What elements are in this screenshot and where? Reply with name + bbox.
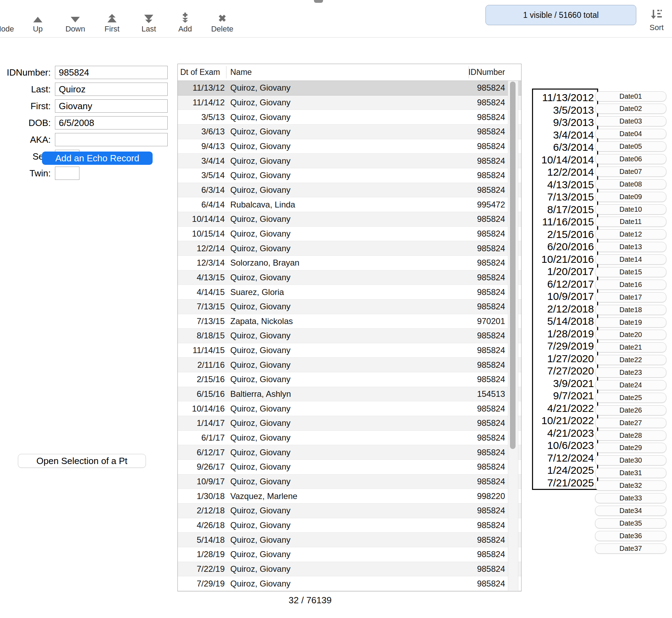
date-field-button[interactable]: Date16	[595, 280, 666, 290]
date-field-button[interactable]: Date25	[595, 393, 666, 403]
date-field-button[interactable]: Date04	[595, 129, 666, 139]
aka-field[interactable]	[55, 133, 168, 146]
sort-button[interactable]: Sort	[643, 9, 670, 32]
column-header-date[interactable]: Dt of Exam	[178, 68, 226, 77]
down-button[interactable]: Down	[54, 10, 96, 34]
date-field-button[interactable]: Date05	[595, 141, 666, 152]
cell-idnumber: 985824	[456, 404, 505, 414]
date-field-button[interactable]: Date18	[595, 305, 666, 315]
first-button[interactable]: First	[91, 10, 133, 34]
date-field-button[interactable]: Date23	[595, 367, 666, 378]
table-row[interactable]: 6/4/14Rubalcava, Linda995472	[178, 197, 521, 212]
date-field-button[interactable]: Date32	[595, 480, 666, 491]
table-row[interactable]: 7/13/15Zapata, Nickolas970201	[178, 314, 521, 329]
date-field-button[interactable]: Date26	[595, 405, 666, 415]
last-name-field[interactable]	[55, 83, 168, 96]
table-row[interactable]: 2/12/18Quiroz, Giovany985824	[178, 504, 521, 518]
date-field-button[interactable]: Date28	[595, 430, 666, 441]
add-button[interactable]: Add	[164, 10, 206, 34]
date-field-button[interactable]: Date37	[595, 543, 666, 554]
table-row[interactable]: 5/14/18Quiroz, Giovany985824	[178, 533, 521, 547]
date-field-button[interactable]: Date11	[595, 217, 666, 227]
date-field-button[interactable]: Date13	[595, 242, 666, 252]
table-row[interactable]: 3/5/14Quiroz, Giovany985824	[178, 168, 521, 183]
table-row[interactable]: 12/2/14Quiroz, Giovany985824	[178, 241, 521, 256]
column-header-name[interactable]: Name	[226, 68, 456, 77]
date-field-button[interactable]: Date34	[595, 506, 666, 516]
table-row[interactable]: 2/15/16Quiroz, Giovany985824	[178, 372, 521, 387]
date-field-button[interactable]: Date12	[595, 229, 666, 239]
cell-idnumber: 985824	[456, 287, 505, 297]
date-field-button[interactable]: Date03	[595, 116, 666, 126]
table-row[interactable]: 7/29/19Quiroz, Giovany985824	[178, 576, 521, 591]
date-field-button[interactable]: Date20	[595, 330, 666, 340]
date-field-button[interactable]: Date29	[595, 443, 666, 453]
column-header-idnumber[interactable]: IDNumber	[456, 68, 505, 77]
date-field-button[interactable]: Date33	[595, 493, 666, 503]
table-row[interactable]: 4/14/15Suarez, Gloria985824	[178, 285, 521, 300]
table-row[interactable]: 11/14/15Quiroz, Giovany985824	[178, 343, 521, 358]
table-row[interactable]: 6/3/14Quiroz, Giovany985824	[178, 183, 521, 198]
open-selection-button[interactable]: Open Selection of a Pt	[18, 454, 146, 468]
table-row[interactable]: 7/13/15Quiroz, Giovany985824	[178, 300, 521, 314]
up-button[interactable]: Up	[17, 10, 59, 34]
date-field-button[interactable]: Date17	[595, 292, 666, 302]
date-field-button[interactable]: Date27	[595, 418, 666, 428]
date-field-button[interactable]: Date21	[595, 342, 666, 352]
table-row[interactable]: 4/26/18Quiroz, Giovany985824	[178, 518, 521, 533]
form-row: Last:	[0, 83, 175, 96]
scrollbar-thumb[interactable]	[510, 82, 516, 449]
table-row[interactable]: 9/26/17Quiroz, Giovany985824	[178, 460, 521, 475]
table-row[interactable]: 10/14/16Quiroz, Giovany985824	[178, 401, 521, 416]
table-row[interactable]: 10/14/14Quiroz, Giovany985824	[178, 212, 521, 227]
delete-button[interactable]: Delete	[201, 10, 243, 34]
table-row[interactable]: 1/30/18Vazquez, Marlene998220	[178, 489, 521, 504]
table-row[interactable]: 11/13/12Quiroz, Giovany985824	[178, 81, 521, 96]
table-scrollbar[interactable]	[508, 81, 518, 591]
date-field-button[interactable]: Date22	[595, 355, 666, 365]
table-row[interactable]: 1/14/17Quiroz, Giovany985824	[178, 416, 521, 431]
cell-idnumber: 995472	[456, 200, 505, 210]
date-field-button[interactable]: Date09	[595, 192, 666, 202]
table-row[interactable]: 12/3/14Solorzano, Brayan985824	[178, 256, 521, 271]
table-row[interactable]: 3/6/13Quiroz, Giovany985824	[178, 125, 521, 139]
table-row[interactable]: 10/15/14Quiroz, Giovany985824	[178, 227, 521, 241]
add-echo-record-button[interactable]: Add an Echo Record	[42, 152, 153, 165]
date-field-button[interactable]: Date01	[595, 91, 666, 101]
twin-field[interactable]	[55, 167, 79, 180]
record-count-badge[interactable]: 1 visible / 51660 total	[485, 5, 636, 25]
cell-idnumber: 985824	[456, 127, 505, 136]
date-field-button[interactable]: Date35	[595, 518, 666, 528]
dob-field[interactable]	[55, 116, 168, 129]
date-field-button[interactable]: Date19	[595, 317, 666, 328]
table-row[interactable]: 8/18/15Quiroz, Giovany985824	[178, 329, 521, 343]
date-field-button[interactable]: Date02	[595, 104, 666, 114]
table-row[interactable]: 1/28/19Quiroz, Giovany985824	[178, 547, 521, 562]
date-field-button[interactable]: Date07	[595, 167, 666, 177]
date-field-button[interactable]: Date30	[595, 455, 666, 465]
last-button[interactable]: Last	[128, 10, 170, 34]
date-field-button[interactable]: Date08	[595, 179, 666, 189]
date-field-button[interactable]: Date10	[595, 204, 666, 215]
table-row[interactable]: 6/15/16Baltierra, Ashlyn154513	[178, 387, 521, 402]
date-field-button[interactable]: Date15	[595, 267, 666, 277]
table-row[interactable]: 3/4/14Quiroz, Giovany985824	[178, 154, 521, 168]
table-row[interactable]: 6/12/17Quiroz, Giovany985824	[178, 445, 521, 460]
cell-idnumber: 985824	[456, 185, 505, 195]
table-row[interactable]: 3/5/13Quiroz, Giovany985824	[178, 110, 521, 125]
mode-button[interactable]: Mode	[0, 24, 14, 34]
table-row[interactable]: 11/14/12Quiroz, Giovany985824	[178, 96, 521, 110]
table-row[interactable]: 7/22/19Quiroz, Giovany985824	[178, 562, 521, 577]
idnumber-field[interactable]	[55, 66, 168, 79]
first-name-field[interactable]	[55, 99, 168, 113]
table-row[interactable]: 2/11/16Quiroz, Giovany985824	[178, 358, 521, 372]
date-field-button[interactable]: Date36	[595, 531, 666, 541]
date-field-button[interactable]: Date31	[595, 468, 666, 478]
date-field-button[interactable]: Date14	[595, 254, 666, 265]
table-row[interactable]: 9/4/13Quiroz, Giovany985824	[178, 139, 521, 154]
table-row[interactable]: 10/9/17Quiroz, Giovany985824	[178, 475, 521, 489]
date-field-button[interactable]: Date06	[595, 154, 666, 164]
table-row[interactable]: 4/13/15Quiroz, Giovany985824	[178, 271, 521, 285]
table-row[interactable]: 6/1/17Quiroz, Giovany985824	[178, 431, 521, 445]
date-field-button[interactable]: Date24	[595, 380, 666, 390]
